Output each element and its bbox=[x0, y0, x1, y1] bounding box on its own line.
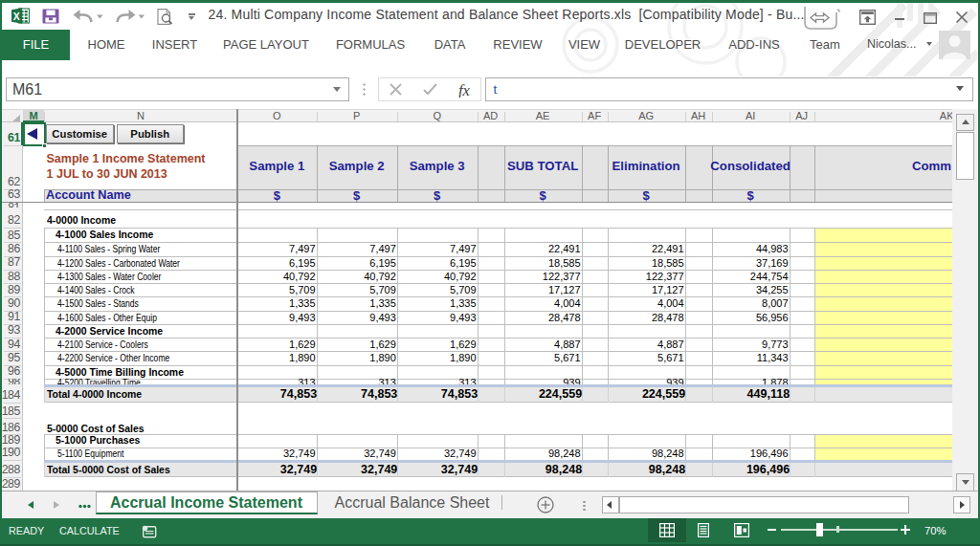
svg-text:X: X bbox=[13, 11, 20, 22]
svg-text:fx: fx bbox=[458, 81, 471, 98]
